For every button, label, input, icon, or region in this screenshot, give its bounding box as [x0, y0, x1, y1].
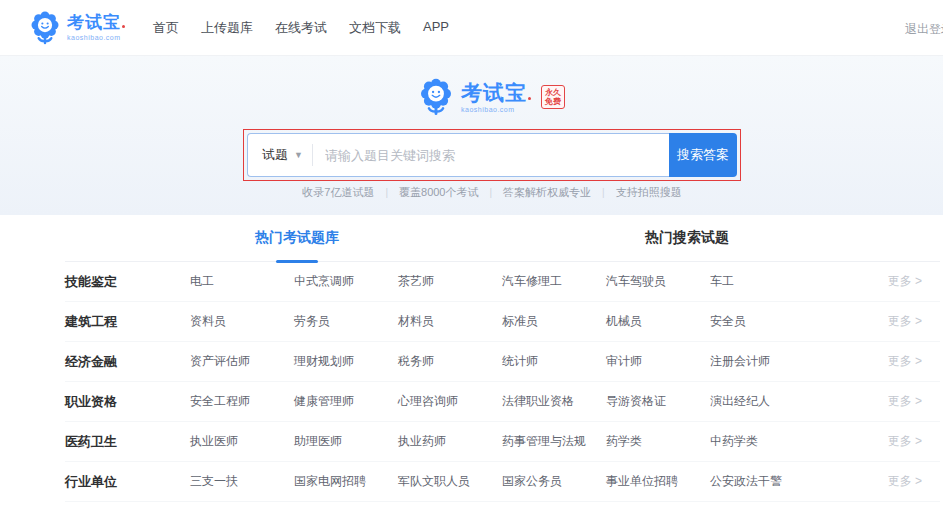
stats-line: 收录7亿道试题|覆盖8000个考试|答案解析权威专业|支持拍照搜题	[243, 185, 741, 200]
category-item-link[interactable]: 安全工程师	[190, 393, 294, 410]
category-item-link[interactable]: 汽车驾驶员	[606, 273, 710, 290]
hero-logo: 考试宝 kaoshibao.com 永久 免费	[243, 77, 741, 117]
category-item-link[interactable]: 执业医师	[190, 433, 294, 450]
category-name[interactable]: 建筑工程	[65, 313, 190, 331]
tab-hot-search-questions[interactable]: 热门搜索试题	[645, 229, 729, 247]
category-item-link[interactable]: 三支一扶	[190, 473, 294, 490]
logo-domain: kaoshibao.com	[67, 34, 125, 41]
category-name[interactable]: 技能鉴定	[65, 273, 190, 291]
search-answer-button[interactable]: 搜索答案	[669, 133, 737, 177]
stats-divider: |	[385, 187, 388, 198]
hero-logo-domain: kaoshibao.com	[461, 106, 531, 113]
nav-item-app[interactable]: APP	[423, 19, 449, 37]
category-item-link[interactable]: 劳务员	[294, 313, 398, 330]
logo[interactable]: 考试宝 kaoshibao.com	[30, 10, 125, 46]
category-item-link[interactable]: 助理医师	[294, 433, 398, 450]
more-link[interactable]: 更多 >	[888, 433, 922, 450]
category-item-link[interactable]: 安全员	[710, 313, 814, 330]
category-item-link[interactable]: 药事管理与法规	[502, 433, 606, 450]
category-name[interactable]: 职业资格	[65, 393, 190, 411]
category-item-link[interactable]: 国家电网招聘	[294, 473, 398, 490]
category-item-link[interactable]: 中式烹调师	[294, 273, 398, 290]
category-item-link[interactable]: 心理咨询师	[398, 393, 502, 410]
more-link[interactable]: 更多 >	[888, 473, 922, 490]
nav-item-upload-bank[interactable]: 上传题库	[201, 19, 253, 37]
category-item-link[interactable]: 车工	[710, 273, 814, 290]
hero-section: 考试宝 kaoshibao.com 永久 免费 试题 ▼ 搜索答案 收录7亿道试…	[0, 56, 943, 215]
category-item-link[interactable]: 理财规划师	[294, 353, 398, 370]
search-input-wrap: 试题 ▼	[247, 133, 669, 177]
stat-item: 支持拍照搜题	[616, 185, 682, 200]
stat-item: 覆盖8000个考试	[399, 185, 478, 200]
kaoshibao-flower-icon	[419, 77, 453, 117]
category-item-link[interactable]: 国家公务员	[502, 473, 606, 490]
category-item-link[interactable]: 电工	[190, 273, 294, 290]
category-item-link[interactable]: 公安政法干警	[710, 473, 814, 490]
category-row: 经济金融资产评估师理财规划师税务师统计师审计师注册会计师更多 >	[65, 342, 940, 382]
nav-item-doc-download[interactable]: 文档下载	[349, 19, 401, 37]
stats-divider: |	[602, 187, 605, 198]
nav-item-home[interactable]: 首页	[153, 19, 179, 37]
category-row: 建筑工程资料员劳务员材料员标准员机械员安全员更多 >	[65, 302, 940, 342]
tabs-header: 热门考试题库 热门搜索试题	[65, 215, 940, 262]
more-link[interactable]: 更多 >	[888, 393, 922, 410]
category-item-link[interactable]: 执业药师	[398, 433, 502, 450]
category-item-link[interactable]: 机械员	[606, 313, 710, 330]
category-item-link[interactable]: 药学类	[606, 433, 710, 450]
logo-name: 考试宝	[67, 14, 125, 31]
category-item-link[interactable]: 中药学类	[710, 433, 814, 450]
content-card: 热门考试题库 热门搜索试题 技能鉴定电工中式烹调师茶艺师汽车修理工汽车驾驶员车工…	[0, 215, 943, 502]
category-table: 技能鉴定电工中式烹调师茶艺师汽车修理工汽车驾驶员车工更多 >建筑工程资料员劳务员…	[65, 262, 940, 502]
category-item-link[interactable]: 材料员	[398, 313, 502, 330]
category-item-link[interactable]: 事业单位招聘	[606, 473, 710, 490]
category-item-link[interactable]: 审计师	[606, 353, 710, 370]
category-item-link[interactable]: 法律职业资格	[502, 393, 606, 410]
question-type-dropdown[interactable]: 试题 ▼	[248, 146, 312, 164]
red-annotation-box: 试题 ▼ 搜索答案	[243, 129, 741, 181]
stats-divider: |	[490, 187, 493, 198]
category-name[interactable]: 行业单位	[65, 473, 190, 491]
kaoshibao-flower-icon	[30, 10, 60, 46]
category-item-link[interactable]: 统计师	[502, 353, 606, 370]
nav-item-online-exam[interactable]: 在线考试	[275, 19, 327, 37]
nav-menu: 首页上传题库在线考试文档下载APP	[153, 19, 449, 37]
logo-red-dot	[122, 25, 125, 28]
category-item-link[interactable]: 导游资格证	[606, 393, 710, 410]
category-name[interactable]: 医药卫生	[65, 433, 190, 451]
hero-logo-name: 考试宝	[461, 82, 531, 103]
category-row: 技能鉴定电工中式烹调师茶艺师汽车修理工汽车驾驶员车工更多 >	[65, 262, 940, 302]
category-item-link[interactable]: 军队文职人员	[398, 473, 502, 490]
category-row: 行业单位三支一扶国家电网招聘军队文职人员国家公务员事业单位招聘公安政法干警更多 …	[65, 462, 940, 502]
category-item-link[interactable]: 标准员	[502, 313, 606, 330]
category-item-link[interactable]: 健康管理师	[294, 393, 398, 410]
logo-red-dot	[528, 97, 531, 100]
category-item-link[interactable]: 注册会计师	[710, 353, 814, 370]
free-forever-badge: 永久 免费	[541, 85, 565, 109]
category-item-link[interactable]: 演出经纪人	[710, 393, 814, 410]
category-item-link[interactable]: 茶艺师	[398, 273, 502, 290]
more-link[interactable]: 更多 >	[888, 273, 922, 290]
category-name[interactable]: 经济金融	[65, 353, 190, 371]
more-link[interactable]: 更多 >	[888, 353, 922, 370]
category-row: 职业资格安全工程师健康管理师心理咨询师法律职业资格导游资格证演出经纪人更多 >	[65, 382, 940, 422]
navbar: 考试宝 kaoshibao.com 首页上传题库在线考试文档下载APP 退出登录	[0, 0, 943, 56]
category-item-link[interactable]: 税务师	[398, 353, 502, 370]
category-item-link[interactable]: 汽车修理工	[502, 273, 606, 290]
stat-item: 答案解析权威专业	[503, 185, 591, 200]
more-link[interactable]: 更多 >	[888, 313, 922, 330]
tab-hot-exam-banks[interactable]: 热门考试题库	[255, 229, 339, 247]
search-bar: 试题 ▼ 搜索答案	[247, 133, 737, 177]
category-row: 医药卫生执业医师助理医师执业药师药事管理与法规药学类中药学类更多 >	[65, 422, 940, 462]
category-item-link[interactable]: 资产评估师	[190, 353, 294, 370]
search-input[interactable]	[313, 148, 669, 163]
question-type-value: 试题	[262, 146, 288, 164]
chevron-down-icon: ▼	[294, 150, 303, 160]
category-item-link[interactable]: 资料员	[190, 313, 294, 330]
stat-item: 收录7亿道试题	[302, 185, 374, 200]
logout-link[interactable]: 退出登录	[905, 21, 943, 38]
